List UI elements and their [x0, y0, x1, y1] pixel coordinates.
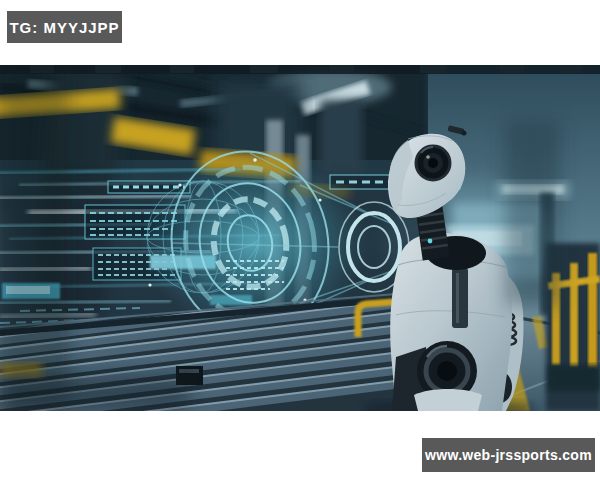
- watermark-url: www.web-jrssports.com: [422, 438, 595, 472]
- atmosphere-overlays: [0, 65, 600, 411]
- badge-label: TG: MYYJJPP: [9, 19, 119, 36]
- watermark-label: www.web-jrssports.com: [425, 447, 592, 463]
- badge: TG: MYYJJPP: [7, 11, 122, 43]
- factory-photo: [0, 65, 600, 411]
